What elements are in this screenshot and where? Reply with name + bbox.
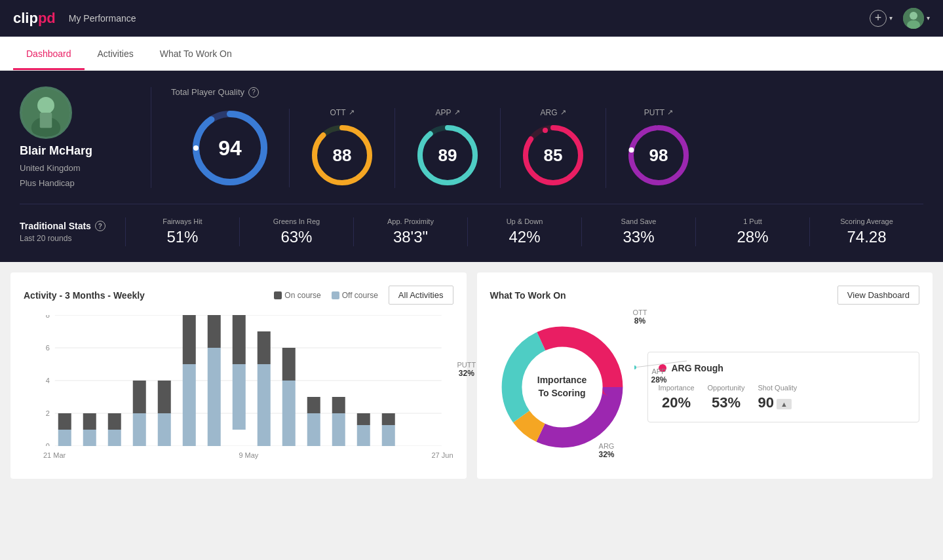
player-stats-row: Blair McHarg United Kingdom Plus Handica… xyxy=(20,86,923,188)
arg-sq-badge: ▲ xyxy=(777,399,792,409)
stat-greens-value: 63% xyxy=(246,228,347,246)
activity-panel: Activity - 3 Months - Weekly On course O… xyxy=(10,272,467,479)
activity-header: Activity - 3 Months - Weekly On course O… xyxy=(24,286,453,305)
bottom-panels: Activity - 3 Months - Weekly On course O… xyxy=(0,262,943,489)
svg-rect-54 xyxy=(332,397,345,413)
putt-label: PUTT ↗ xyxy=(644,108,673,117)
svg-text:4: 4 xyxy=(46,377,50,384)
chevron-down-icon: ▾ xyxy=(889,14,893,22)
app-ring-container: 89 xyxy=(415,122,480,188)
trad-stats-subtitle: Last 20 rounds xyxy=(20,234,106,243)
arg-metrics-row: Importance 20% Opportunity 53% Shot Qual… xyxy=(659,384,909,411)
arg-donut-label: ARG 32% xyxy=(598,442,614,459)
chart-legend: On course Off course xyxy=(274,291,378,300)
stat-greens-in-reg: Greens In Reg 63% xyxy=(239,217,353,246)
tab-dashboard[interactable]: Dashboard xyxy=(13,37,85,70)
svg-rect-45 xyxy=(233,364,246,430)
svg-rect-46 xyxy=(233,315,246,364)
ott-ring: OTT ↗ 88 xyxy=(290,108,395,188)
add-button[interactable]: + ▾ xyxy=(870,10,893,27)
stat-ud-label: Up & Down xyxy=(474,217,575,225)
nav-tabs: Dashboard Activities What To Work On xyxy=(0,37,943,71)
stat-app-proximity: App. Proximity 38'3" xyxy=(353,217,467,246)
trad-stats-label: Traditional Stats ? Last 20 rounds xyxy=(20,221,125,243)
stat-one-putt: 1 Putt 28% xyxy=(695,217,809,246)
app-label: APP ↗ xyxy=(435,108,459,117)
arg-ring: ARG ↗ 85 xyxy=(501,108,606,188)
avatar-chevron-icon: ▾ xyxy=(927,14,930,22)
svg-rect-34 xyxy=(83,413,96,430)
svg-rect-55 xyxy=(357,425,370,446)
svg-rect-50 xyxy=(282,348,296,381)
ott-value: 88 xyxy=(333,145,352,165)
stat-sand-label: Sand Save xyxy=(588,217,689,225)
svg-rect-52 xyxy=(307,397,320,413)
arg-importance-label: Importance xyxy=(659,384,695,392)
player-country: United Kingdom xyxy=(20,163,81,173)
view-dashboard-button[interactable]: View Dashboard xyxy=(837,286,919,305)
arg-ring-container: 85 xyxy=(520,122,586,188)
quality-help-icon[interactable]: ? xyxy=(248,87,259,98)
svg-rect-42 xyxy=(183,315,196,364)
ott-donut-label: OTT 8% xyxy=(633,308,647,326)
svg-rect-37 xyxy=(133,413,146,446)
arg-opportunity-value: 53% xyxy=(708,394,745,411)
svg-rect-40 xyxy=(158,381,171,413)
svg-rect-43 xyxy=(208,348,221,446)
stat-putt-value: 28% xyxy=(702,228,803,246)
svg-rect-36 xyxy=(108,413,121,430)
wtwo-content: ImportanceTo Scoring OTT 8% APP 28% ARG … xyxy=(490,315,920,459)
tab-activities[interactable]: Activities xyxy=(85,37,147,70)
svg-rect-6 xyxy=(40,113,52,128)
svg-rect-51 xyxy=(307,413,320,446)
arg-label: ARG ↗ xyxy=(540,108,566,117)
svg-rect-47 xyxy=(258,364,271,446)
stat-scoring-label: Scoring Average xyxy=(817,217,917,225)
svg-rect-33 xyxy=(83,430,96,446)
avatar-image xyxy=(903,8,924,29)
stat-fairways-label: Fairways Hit xyxy=(132,217,233,225)
putt-donut-label: PUTT 32% xyxy=(457,361,476,378)
ott-ring-container: 88 xyxy=(309,122,375,188)
tab-what-to-work-on[interactable]: What To Work On xyxy=(147,37,245,70)
stat-greens-label: Greens In Reg xyxy=(246,217,347,225)
x-label-2: 9 May xyxy=(239,451,258,459)
svg-rect-49 xyxy=(282,381,296,446)
chart-x-labels: 21 Mar 9 May 27 Jun xyxy=(24,449,453,459)
quality-section: Total Player Quality ? 94 xyxy=(151,87,923,188)
main-quality-ring: 94 xyxy=(171,109,290,187)
avatar-button[interactable]: ▾ xyxy=(903,8,930,29)
donut-container: ImportanceTo Scoring xyxy=(490,315,634,459)
stat-ud-value: 42% xyxy=(474,228,575,246)
svg-rect-58 xyxy=(382,413,395,425)
app-arrow-icon: ↗ xyxy=(454,108,460,117)
ott-label: OTT ↗ xyxy=(330,108,355,117)
stat-fairways-hit: Fairways Hit 51% xyxy=(125,217,239,246)
activity-title: Activity - 3 Months - Weekly xyxy=(24,290,145,301)
arg-arrow-icon: ↗ xyxy=(560,108,566,117)
trad-stats-help-icon[interactable]: ? xyxy=(95,221,106,231)
svg-rect-56 xyxy=(357,413,370,425)
app-header: clippd My Performance + ▾ ▾ xyxy=(0,0,943,37)
svg-rect-38 xyxy=(133,381,146,413)
avatar xyxy=(903,8,924,29)
arg-opportunity-label: Opportunity xyxy=(708,384,745,392)
header-actions: + ▾ ▾ xyxy=(870,8,930,29)
svg-text:0: 0 xyxy=(46,442,50,446)
stat-scoring-average: Scoring Average 74.28 xyxy=(809,217,923,246)
logo-pd: pd xyxy=(38,10,56,26)
svg-point-1 xyxy=(910,12,917,20)
activity-chart-svg: 8 6 4 2 0 xyxy=(24,315,453,446)
stat-scoring-value: 74.28 xyxy=(817,228,917,246)
chart-area: 8 6 4 2 0 xyxy=(24,315,453,466)
arg-opportunity-metric: Opportunity 53% xyxy=(708,384,745,411)
stat-putt-label: 1 Putt xyxy=(702,217,803,225)
arg-value: 85 xyxy=(544,145,563,165)
app-ring: APP ↗ 89 xyxy=(395,108,501,188)
svg-text:8: 8 xyxy=(46,315,50,319)
all-activities-button[interactable]: All Activities xyxy=(389,286,453,305)
arg-rough-card: ARG Rough Importance 20% Opportunity 53%… xyxy=(647,352,920,422)
quality-label: Total Player Quality ? xyxy=(171,87,923,98)
player-name: Blair McHarg xyxy=(20,144,92,158)
logo-text: clippd xyxy=(13,10,56,27)
